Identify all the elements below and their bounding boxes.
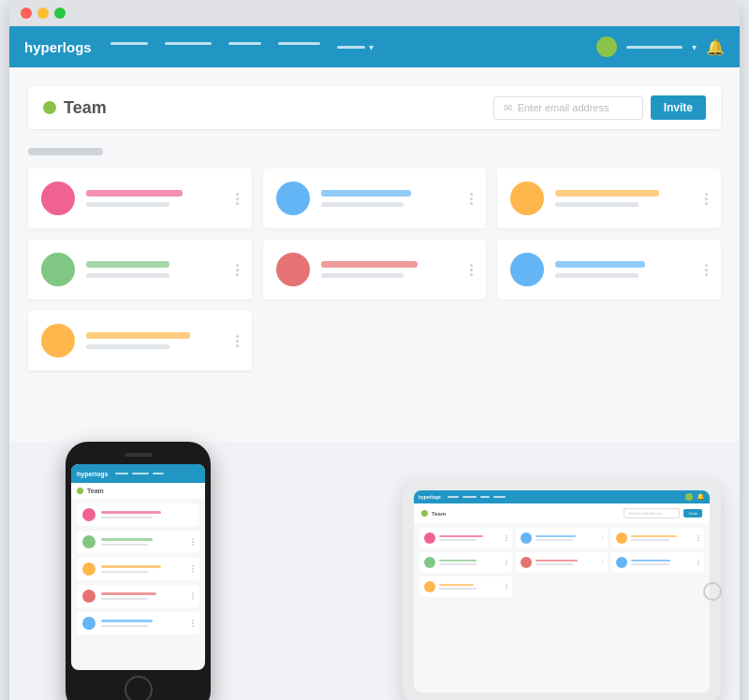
phone-avatar-4 (82, 590, 95, 603)
tablet-card-sub-7 (439, 588, 477, 590)
card-sub-2 (321, 202, 404, 207)
card-name-2 (321, 190, 411, 197)
tablet-email-input[interactable]: Enter email address (624, 508, 680, 518)
phone-avatar-1 (82, 508, 95, 521)
nav-dropdown[interactable]: ▾ (337, 42, 374, 52)
tablet-card-sub-2 (536, 539, 573, 541)
tablet-card-name-2 (536, 535, 577, 538)
tablet-card-7 (419, 576, 512, 597)
team-card-3 (497, 168, 721, 228)
phone-card-menu-5 (192, 620, 194, 627)
phone-navbar: hyperlogs (71, 464, 205, 483)
devices-area: hyperlogs Team (9, 442, 740, 700)
nav-item-1[interactable] (110, 42, 148, 45)
tablet-nav-bar-3 (480, 496, 490, 498)
nav-items: ▾ (110, 42, 596, 52)
nav-item-2[interactable] (165, 42, 212, 45)
card-name-5 (321, 261, 418, 268)
titlebar (9, 0, 740, 26)
menu-dot (470, 264, 473, 267)
nav-item-4[interactable] (278, 42, 320, 45)
card-name-4 (86, 261, 169, 268)
nav-item-3[interactable] (228, 42, 261, 45)
menu-dot (470, 202, 473, 205)
tablet-card-name-4 (439, 560, 477, 562)
phone-home-button[interactable] (125, 676, 153, 700)
tablet-avatar-1 (424, 532, 435, 544)
email-input-wrapper: ✉ Enter email address (493, 96, 643, 120)
section-label (28, 148, 103, 155)
card-menu-4[interactable] (236, 264, 239, 276)
menu-dot (470, 197, 473, 200)
menu-dot (705, 269, 708, 271)
notification-bell-icon[interactable]: 🔔 (706, 38, 725, 56)
tablet-menu-1 (506, 535, 507, 542)
team-card-6 (497, 240, 721, 299)
tablet-card-sub-3 (631, 539, 668, 541)
menu-dot (236, 193, 239, 196)
phone-card-info-5 (101, 620, 186, 627)
tablet-card-2 (516, 528, 609, 548)
phone-card-3 (77, 558, 199, 580)
menu-dot (705, 193, 708, 196)
menu-dot (705, 273, 708, 276)
tablet-card-sub-1 (439, 539, 477, 541)
close-button[interactable] (21, 7, 32, 19)
phone-card-4 (77, 585, 199, 607)
tablet-card-info-5 (536, 560, 598, 566)
card-menu-2[interactable] (470, 193, 473, 205)
card-avatar-5 (276, 253, 310, 286)
card-menu-3[interactable] (705, 193, 708, 205)
tablet-card-info-1 (439, 535, 502, 542)
tablet-brand: hyperlogs (419, 494, 441, 500)
card-sub-1 (86, 202, 169, 207)
phone-brand: hyperlogs (77, 471, 108, 477)
tablet-menu-4 (506, 560, 507, 566)
minimize-button[interactable] (37, 7, 49, 19)
tablet-cards-grid (414, 528, 710, 597)
card-menu-7[interactable] (236, 335, 239, 347)
phone-nav-bar-3 (153, 473, 164, 474)
page-title: Team (64, 98, 107, 118)
tablet-nav-bar-4 (493, 496, 506, 498)
tablet-avatar-6 (616, 557, 627, 568)
card-menu-1[interactable] (236, 193, 239, 205)
card-menu-5[interactable] (470, 264, 473, 276)
tablet-menu-6 (698, 560, 699, 566)
team-title-area: Team (43, 98, 107, 118)
tablet-home-button[interactable] (703, 582, 722, 601)
phone-team-dot (77, 488, 83, 494)
phone-avatar-3 (82, 562, 95, 576)
invite-button[interactable]: Invite (651, 95, 706, 120)
card-menu-6[interactable] (705, 264, 708, 276)
card-sub-6 (555, 273, 639, 278)
team-card-1 (28, 168, 252, 228)
tablet-avatar (685, 493, 693, 501)
tablet-invite-button[interactable]: Invite (683, 509, 702, 518)
tablet-card-info-4 (439, 560, 502, 566)
phone-card-info-3 (101, 565, 186, 573)
phone-speaker (125, 453, 153, 457)
tablet-card-sub-6 (631, 563, 668, 565)
team-header: Team ✉ Enter email address Invite (28, 86, 721, 129)
phone-card-info-1 (101, 511, 194, 518)
email-placeholder[interactable]: Enter email address (518, 102, 609, 113)
tablet-team-left: Team (421, 510, 446, 517)
phone-nav-bar-2 (132, 473, 149, 474)
phone-card-name-2 (101, 538, 153, 541)
nav-dropdown-bar (337, 46, 365, 49)
phone-card-menu-3 (192, 565, 194, 573)
tablet-card-name-5 (536, 560, 579, 562)
card-name-3 (555, 190, 659, 197)
card-sub-4 (86, 273, 169, 278)
menu-dot (236, 273, 239, 276)
chevron-down-icon: ▾ (369, 42, 374, 52)
main-content: Team ✉ Enter email address Invite (9, 67, 740, 442)
tablet-team-header: Team Enter email address Invite (414, 503, 710, 523)
team-card-5 (263, 240, 487, 299)
tablet-menu-2 (602, 535, 604, 542)
tablet-menu-3 (698, 535, 699, 542)
phone-card-5 (77, 612, 199, 634)
maximize-button[interactable] (54, 7, 66, 19)
phone-card-sub-2 (101, 544, 148, 546)
